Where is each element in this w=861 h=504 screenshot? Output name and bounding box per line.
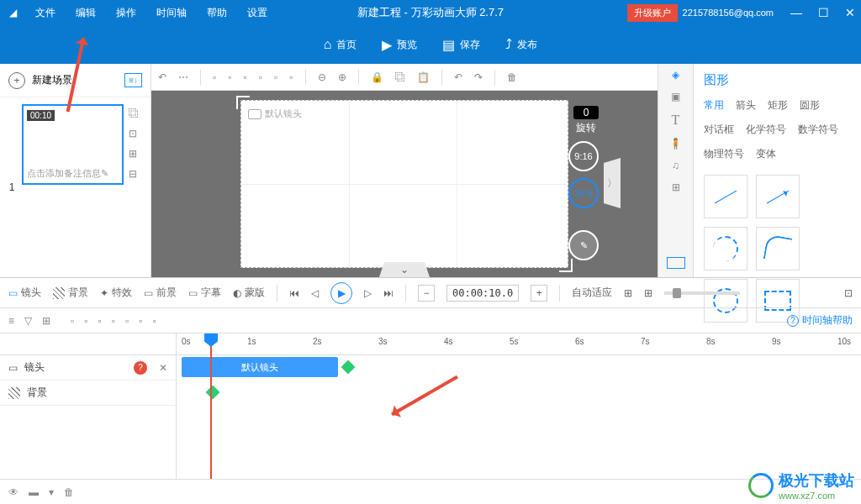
copy2-icon[interactable]: ⿻ [395,71,405,83]
shape-arrow[interactable] [756,175,800,218]
zoom-in-icon[interactable]: ⊕ [338,71,346,83]
camera-frame[interactable]: 默认镜头 [240,100,568,268]
align-mid-icon[interactable]: ▫ [274,71,277,83]
menu-timeline[interactable]: 时间轴 [146,0,197,25]
link-icon[interactable]: ⊞ [129,148,144,160]
more-icon[interactable]: ⋯ [178,71,188,83]
eye-icon[interactable]: 👁 [8,486,18,498]
publish-button[interactable]: ⤴发布 [505,37,537,52]
timeline-tracks[interactable]: 0s 1s 2s 3s 4s 5s 6s 7s 8s 9s 10s 默认镜头 [177,333,861,479]
cat-common[interactable]: 常用 [704,98,724,113]
rotation-control[interactable]: 0 旋转 [573,106,599,135]
close-icon[interactable]: ✕ [839,6,861,19]
next-icon[interactable]: ▷ [364,287,372,299]
cat-phys[interactable]: 物理符号 [704,147,744,161]
home-button[interactable]: ⌂首页 [324,37,357,52]
snap1-icon[interactable]: ⊞ [624,287,632,299]
cat-dialog[interactable]: 对话框 [704,123,734,137]
align-right-icon[interactable]: ▫ [244,71,247,83]
menu-help[interactable]: 帮助 [197,0,237,25]
lock-icon[interactable]: ⊡ [129,128,144,139]
minimize-icon[interactable]: — [785,6,807,19]
preview-button[interactable]: ▶预览 [382,37,417,53]
sort-icon[interactable]: ≡↓ [124,73,142,87]
expand-tl-icon[interactable]: ⊡ [844,287,853,299]
prev-icon[interactable]: ◁ [311,287,319,299]
timecode[interactable]: 00:00:10.0 [446,285,519,302]
undo2-icon[interactable]: ↶ [454,71,462,83]
account-email[interactable]: 2215788156@qq.com [683,8,774,18]
music-tab-icon[interactable]: ♫ [672,160,679,171]
redo-icon[interactable]: ↷ [474,71,483,83]
image-tab-icon[interactable]: ▣ [671,91,680,102]
track-camera[interactable]: ▭ 镜头 ? ✕ [0,355,176,381]
cat-variant[interactable]: 变体 [756,147,776,161]
ratio-169[interactable]: 16:9 [568,178,599,208]
cat-rect[interactable]: 矩形 [768,98,788,113]
expand-right-icon[interactable]: 〉 [604,158,621,208]
scene-note[interactable]: 点击添加备注信息✎ [27,167,119,180]
f2-icon[interactable]: ▫ [84,315,87,327]
paste-icon[interactable]: 📋 [417,71,430,83]
shape-arc[interactable] [756,227,800,270]
warning-icon[interactable]: ? [134,361,147,375]
grid-icon[interactable]: ⊞ [42,315,50,327]
down-icon[interactable]: ▾ [49,486,54,498]
f3-icon[interactable]: ▫ [98,315,102,327]
shape-line[interactable] [704,175,747,218]
f1-icon[interactable]: ▫ [71,315,74,327]
cat-arrow[interactable]: 箭头 [736,98,756,113]
folder-icon[interactable]: ▬ [29,486,39,498]
camera-clip[interactable]: 默认镜头 [182,357,338,377]
menu-file[interactable]: 文件 [25,0,66,25]
trash-icon[interactable]: 🗑 [507,71,517,83]
step-back-icon[interactable]: ⏮ [289,287,299,299]
play-button[interactable]: ▶ [330,282,352,304]
zoom-slider[interactable] [664,291,740,295]
lock-icon[interactable]: 🔒 [371,71,383,83]
menu-edit[interactable]: 编辑 [66,0,106,25]
text-tab-icon[interactable]: T [672,113,680,128]
time-minus[interactable]: − [418,285,435,302]
playhead[interactable] [210,333,212,479]
shapes-tab-icon[interactable]: ◈ [672,69,679,81]
f4-icon[interactable]: ▫ [112,315,115,327]
shape-dashed-arc[interactable] [704,227,747,270]
del-icon[interactable]: 🗑 [64,486,74,498]
undo-icon[interactable]: ↶ [158,71,166,83]
align-left-icon[interactable]: ▫ [213,71,216,83]
tl-foreground-button[interactable]: ▭前景 [144,286,177,300]
align-top-icon[interactable]: ▫ [259,71,262,83]
stage[interactable]: 默认镜头 0 旋转 9:16 16:9 ✎ 〉 ⌄ [151,91,658,277]
maximize-icon[interactable]: ☐ [812,6,834,19]
list-icon[interactable]: ≡ [8,315,14,327]
cat-circle[interactable]: 圆形 [800,98,820,113]
upgrade-button[interactable]: 升级账户 [627,4,678,22]
keyframe-icon[interactable] [206,386,220,400]
time-plus[interactable]: + [531,285,547,302]
track-background[interactable]: 背景 [0,381,176,406]
keyframe-icon[interactable] [341,360,356,375]
zoom-out-icon[interactable]: ⊖ [318,71,326,83]
menu-action[interactable]: 操作 [106,0,146,25]
align-bot-icon[interactable]: ▫ [289,71,293,83]
menu-settings[interactable]: 设置 [237,0,277,25]
tl-background-button[interactable]: 背景 [53,286,88,300]
tl-camera-button[interactable]: ▭镜头 [8,286,41,300]
filter-icon[interactable]: ▽ [24,315,32,327]
copy-icon[interactable]: ⿻ [129,108,144,119]
f6-icon[interactable]: ▫ [139,315,142,327]
ratio-edit[interactable]: ✎ [568,230,599,260]
f5-icon[interactable]: ▫ [125,315,129,327]
step-fwd-icon[interactable]: ⏭ [383,287,394,299]
align-center-icon[interactable]: ▫ [228,71,231,83]
f7-icon[interactable]: ▫ [153,315,156,327]
snap2-icon[interactable]: ⊞ [644,287,652,299]
timeline-help[interactable]: ?时间轴帮助 [787,313,853,328]
save-button[interactable]: ▤保存 [442,37,480,53]
rect-preview-icon[interactable] [667,257,685,269]
cat-math[interactable]: 数学符号 [798,123,838,137]
expand-down-icon[interactable]: ⌄ [379,262,430,277]
tl-mask-button[interactable]: ◐蒙版 [233,286,265,300]
autofit-label[interactable]: 自动适应 [572,286,612,300]
